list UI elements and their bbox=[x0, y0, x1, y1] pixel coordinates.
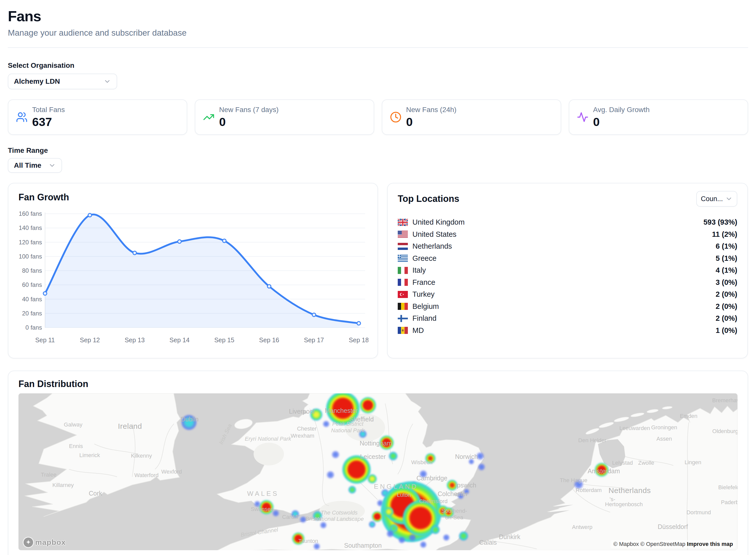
location-value: 2 (0%) bbox=[716, 314, 737, 323]
heatmap-blob bbox=[342, 455, 371, 484]
heatmap-blob bbox=[409, 534, 416, 541]
heatmap-blob bbox=[259, 500, 274, 514]
stat-value: 0 bbox=[406, 115, 456, 129]
location-row-it: Italy4 (1%) bbox=[398, 264, 737, 276]
heatmap-blob bbox=[369, 521, 375, 528]
heatmap-blob bbox=[291, 510, 299, 518]
heatmap-blob bbox=[425, 453, 435, 463]
improve-map-link[interactable]: Improve this map bbox=[687, 541, 733, 547]
flag-tr-icon bbox=[398, 291, 408, 298]
heatmap-blob bbox=[444, 507, 454, 518]
page-subtitle: Manage your audience and subscriber data… bbox=[8, 28, 748, 38]
svg-text:Sep 15: Sep 15 bbox=[214, 336, 234, 344]
organisation-select[interactable]: Alchemy LDN bbox=[8, 74, 117, 89]
organisation-section: Select Organisation Alchemy LDN bbox=[8, 61, 748, 89]
fan-growth-chart: 0 fans20 fans40 fans60 fans80 fans100 fa… bbox=[18, 206, 368, 349]
location-row-gb: United Kingdom593 (93%) bbox=[398, 216, 737, 228]
fan-distribution-map[interactable]: IrelandGalwayDublinIrish SeaEnnisLimeric… bbox=[18, 393, 738, 550]
svg-text:Sep 14: Sep 14 bbox=[170, 336, 190, 344]
location-name: Turkey bbox=[412, 290, 435, 298]
top-locations-list: United Kingdom593 (93%)United States11 (… bbox=[398, 216, 737, 336]
location-row-fr: France3 (0%) bbox=[398, 276, 737, 289]
flag-be-icon bbox=[398, 303, 408, 310]
heatmap-blob bbox=[398, 537, 405, 543]
page: Fans Manage your audience and subscriber… bbox=[0, 0, 756, 555]
location-name: Finland bbox=[412, 314, 436, 323]
location-name: Belgium bbox=[412, 302, 439, 311]
locations-filter-value: Coun... bbox=[701, 195, 723, 203]
svg-text:80 fans: 80 fans bbox=[22, 267, 42, 274]
location-row-be: Belgium2 (0%) bbox=[398, 301, 737, 313]
heatmap-blob bbox=[300, 516, 306, 523]
stat-card-new-fans-7-days-: New Fans (7 days)0 bbox=[195, 99, 374, 135]
heatmap-blob bbox=[360, 397, 376, 413]
flag-fr-icon bbox=[398, 279, 408, 286]
stats-row: Total Fans637New Fans (7 days)0New Fans … bbox=[8, 99, 748, 135]
charts-row: Fan Growth 0 fans20 fans40 fans60 fans80… bbox=[8, 183, 748, 358]
mapbox-logo[interactable]: ✦ mapbox bbox=[24, 538, 66, 547]
location-row-gr: Greece5 (1%) bbox=[398, 252, 737, 265]
attribution-osm[interactable]: © OpenStreetMap bbox=[640, 541, 685, 547]
activity-icon bbox=[577, 111, 589, 123]
heatmap-blob bbox=[272, 510, 279, 517]
svg-text:40 fans: 40 fans bbox=[22, 296, 42, 303]
stat-card-avg-daily-growth: Avg. Daily Growth0 bbox=[569, 99, 748, 135]
time-range-label: Time Range bbox=[8, 146, 748, 155]
location-name: United States bbox=[412, 230, 456, 239]
attribution-mapbox[interactable]: © Mapbox bbox=[613, 541, 639, 547]
heatmap-blob bbox=[478, 463, 485, 471]
heatmap-blob bbox=[574, 480, 583, 489]
flag-gb-icon bbox=[398, 219, 408, 226]
activity-icon bbox=[577, 111, 589, 123]
map-attribution: © Mapbox © OpenStreetMap Improve this ma… bbox=[611, 540, 736, 548]
location-name: Netherlands bbox=[412, 242, 452, 250]
stat-value: 0 bbox=[593, 115, 650, 129]
location-name: MD bbox=[412, 326, 424, 335]
location-value: 2 (0%) bbox=[716, 290, 737, 298]
location-name: France bbox=[412, 278, 435, 287]
svg-text:Sep 16: Sep 16 bbox=[259, 336, 279, 344]
heatmap-blob bbox=[447, 480, 457, 490]
fan-growth-panel: Fan Growth 0 fans20 fans40 fans60 fans80… bbox=[8, 183, 378, 358]
trending-up-icon bbox=[203, 111, 215, 123]
svg-text:100 fans: 100 fans bbox=[19, 253, 42, 260]
stat-value: 0 bbox=[219, 115, 279, 129]
org-select-label: Select Organisation bbox=[8, 61, 748, 70]
location-name: United Kingdom bbox=[412, 218, 465, 226]
fan-distribution-panel: Fan Distribution bbox=[8, 371, 748, 555]
heatmap-blob bbox=[292, 532, 304, 545]
top-locations-header: Top Locations Coun... bbox=[398, 191, 737, 207]
svg-text:0 fans: 0 fans bbox=[26, 324, 42, 331]
flag-fi-icon bbox=[398, 315, 408, 322]
location-value: 2 (0%) bbox=[716, 302, 737, 311]
top-locations-panel: Top Locations Coun... United Kingdom593 … bbox=[387, 183, 748, 358]
svg-text:60 fans: 60 fans bbox=[22, 281, 42, 288]
svg-text:160 fans: 160 fans bbox=[19, 210, 42, 217]
heatmap-blob bbox=[389, 452, 397, 460]
heatmap-blob bbox=[420, 541, 427, 548]
heatmap-blob bbox=[327, 471, 334, 479]
chevron-down-icon bbox=[103, 78, 111, 85]
users-icon bbox=[16, 111, 28, 123]
heatmap-blob bbox=[459, 531, 468, 541]
chevron-down-icon bbox=[48, 162, 56, 169]
location-row-fi: Finland2 (0%) bbox=[398, 312, 737, 325]
locations-filter-select[interactable]: Coun... bbox=[696, 191, 737, 207]
heatmap-blob bbox=[323, 421, 329, 427]
svg-text:Sep 18: Sep 18 bbox=[349, 336, 368, 344]
location-value: 3 (0%) bbox=[716, 278, 737, 287]
stat-card-new-fans-24h-: New Fans (24h)0 bbox=[382, 99, 561, 135]
location-name: Greece bbox=[412, 254, 436, 263]
chevron-down-icon bbox=[725, 195, 733, 203]
heatmap-blob bbox=[359, 430, 367, 438]
heatmap-blob bbox=[595, 463, 608, 477]
heatmap-blob bbox=[254, 501, 260, 507]
time-range-select[interactable]: All Time bbox=[8, 158, 62, 173]
time-range-section: Time Range All Time bbox=[8, 146, 748, 173]
time-range-select-value: All Time bbox=[14, 161, 41, 169]
heatmap-blob bbox=[431, 525, 440, 534]
organisation-select-value: Alchemy LDN bbox=[14, 77, 60, 86]
users-icon bbox=[16, 111, 28, 123]
location-name: Italy bbox=[412, 266, 426, 274]
fan-distribution-title: Fan Distribution bbox=[18, 379, 738, 389]
